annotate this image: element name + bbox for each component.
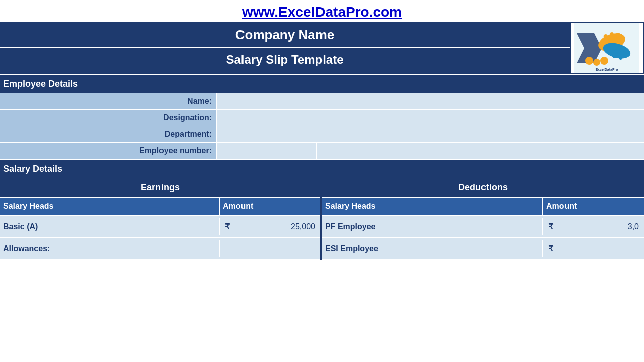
- company-name-row: Company Name: [0, 22, 570, 48]
- earnings-row-2: Allowances:: [0, 238, 320, 260]
- earnings-sh-2: Allowances:: [0, 240, 220, 257]
- deductions-amt-2: ₹: [543, 240, 644, 257]
- logo-box: ExcelDataPro: [570, 22, 644, 74]
- earnings-sh-header: Salary Heads: [0, 198, 220, 215]
- designation-row: Designation:: [0, 110, 644, 126]
- designation-value[interactable]: [216, 110, 644, 126]
- department-row: Department:: [0, 126, 644, 143]
- website-link[interactable]: www.ExcelDataPro.com: [242, 4, 402, 20]
- earnings-amt-2: [220, 245, 320, 253]
- earnings-sh-1: Basic (A): [0, 218, 220, 235]
- svg-point-12: [600, 57, 608, 65]
- earnings-panel: Earnings Salary Heads Amount Basic (A) ₹…: [0, 178, 322, 260]
- page-wrapper: www.ExcelDataPro.com Company Name Salary…: [0, 0, 644, 260]
- deductions-row-2: ESI Employee ₹: [322, 238, 644, 260]
- department-value[interactable]: [216, 126, 644, 143]
- earnings-amt-1: ₹ 25,000: [220, 218, 320, 235]
- logo-icon: ExcelDataPro: [574, 23, 639, 73]
- svg-point-11: [593, 59, 600, 66]
- deductions-sh-1: PF Employee: [322, 218, 543, 235]
- deductions-row-1: PF Employee ₹ 3,0: [322, 216, 644, 238]
- employee-details-table: Name: Designation: Department: Employee …: [0, 93, 644, 159]
- employee-details-header: Employee Details: [0, 74, 644, 93]
- employee-number-label: Employee number:: [0, 143, 216, 159]
- deductions-col-headers: Salary Heads Amount: [322, 198, 644, 216]
- employee-number-row: Employee number:: [0, 143, 644, 159]
- name-label: Name:: [0, 93, 216, 110]
- employee-number-value1[interactable]: [216, 143, 317, 159]
- deductions-sh-2: ESI Employee: [322, 240, 543, 257]
- deductions-panel: Deductions Salary Heads Amount PF Employ…: [322, 178, 644, 260]
- designation-label: Designation:: [0, 110, 216, 126]
- earnings-col-headers: Salary Heads Amount: [0, 198, 320, 216]
- earnings-row-1: Basic (A) ₹ 25,000: [0, 216, 320, 238]
- deductions-header: Deductions: [322, 178, 644, 198]
- department-label: Department:: [0, 126, 216, 143]
- earnings-header: Earnings: [0, 178, 320, 198]
- salary-slip-title: Salary Slip Template: [226, 53, 344, 66]
- deductions-sh-header: Salary Heads: [322, 198, 543, 215]
- header-top: Company Name Salary Slip Template: [0, 22, 644, 74]
- deductions-amt-header: Amount: [543, 198, 644, 215]
- name-row: Name:: [0, 93, 644, 110]
- salary-details-header: Salary Details: [0, 159, 644, 178]
- svg-point-10: [585, 57, 593, 65]
- earnings-amt-header: Amount: [220, 198, 320, 215]
- header-titles: Company Name Salary Slip Template: [0, 22, 570, 74]
- company-name: Company Name: [235, 27, 335, 42]
- deductions-amt-1: ₹ 3,0: [543, 218, 644, 235]
- header-url: www.ExcelDataPro.com: [0, 0, 644, 22]
- earnings-deductions: Earnings Salary Heads Amount Basic (A) ₹…: [0, 178, 644, 260]
- name-value[interactable]: [216, 93, 644, 110]
- svg-text:ExcelDataPro: ExcelDataPro: [595, 68, 618, 71]
- employee-number-value2[interactable]: [317, 143, 644, 159]
- salary-slip-row: Salary Slip Template: [0, 48, 570, 71]
